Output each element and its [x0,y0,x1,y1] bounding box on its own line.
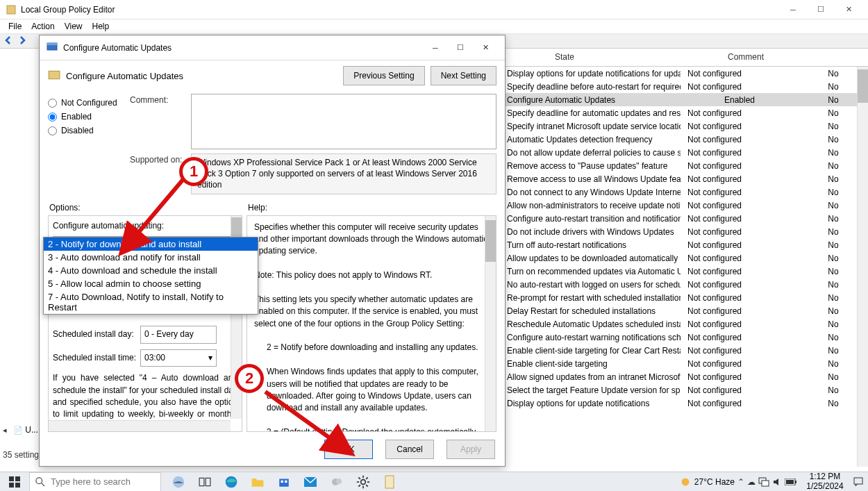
table-row[interactable]: Configure auto-restart warning notificat… [506,331,868,344]
system-tray: 27°C Haze ⌃ ☁ 1:12 PM 1/25/2024 [679,472,868,490]
table-row[interactable]: No auto-restart with logged on users for… [506,278,868,291]
svg-point-32 [681,478,689,485]
table-row[interactable]: Specify deadline before auto-restart for… [506,80,868,93]
svg-rect-9 [15,483,20,488]
column-state[interactable]: State [506,50,624,66]
table-row[interactable]: Remove access to "Pause updates" feature… [506,159,868,172]
tray-chevron-icon[interactable]: ⌃ [737,477,744,487]
svg-line-28 [366,485,368,487]
table-row[interactable]: Do not allow update deferral policies to… [506,146,868,159]
weather-app-icon[interactable] [324,472,350,492]
menu-action[interactable]: Action [27,20,58,33]
dropdown-option[interactable]: 5 - Allow local admin to choose setting [44,277,258,290]
table-row[interactable]: Remove access to use all Windows Update … [506,172,868,185]
nav-back-icon[interactable] [3,35,14,48]
notepad-icon[interactable] [376,472,403,492]
ok-button[interactable]: OK [324,440,373,459]
table-row[interactable]: Do not include drivers with Windows Upda… [506,225,868,238]
mail-icon[interactable] [297,472,324,492]
options-hscroll[interactable] [49,420,231,431]
clock[interactable]: 1:12 PM 1/25/2024 [800,472,850,490]
dialog-minimize[interactable]: ─ [423,37,448,59]
dialog-maximize[interactable]: ☐ [448,37,473,59]
nav-forward-icon[interactable] [17,35,28,48]
table-row[interactable]: Automatic Updates detection frequencyNot… [506,133,868,146]
table-row[interactable]: Display options for update notifications… [506,397,868,410]
table-row[interactable]: Enable client-side targeting for Clear C… [506,344,868,357]
search-icon [30,477,51,487]
table-row[interactable]: Delay Restart for scheduled installation… [506,304,868,317]
table-row[interactable]: Reschedule Automatic Updates scheduled i… [506,317,868,331]
volume-icon[interactable] [772,477,782,487]
table-row[interactable]: Specify deadline for automatic updates a… [506,106,868,119]
dropdown-option[interactable]: 3 - Auto download and notify for install [44,251,258,264]
table-row[interactable]: Allow updates to be downloaded automatic… [506,251,868,265]
disabled-radio[interactable]: Disabled [48,126,130,135]
table-row[interactable]: Display options for update notifications… [506,67,868,80]
store-icon[interactable] [271,472,297,492]
minimize-button[interactable]: ─ [779,0,807,19]
network-icon[interactable] [758,477,769,487]
svg-point-22 [361,479,366,484]
vertical-scrollbar[interactable] [857,67,868,467]
help-vscroll[interactable] [485,216,496,431]
mmc-icon [6,4,17,15]
table-row[interactable]: Select the target Feature Update version… [506,383,868,397]
apply-button[interactable]: Apply [446,440,495,459]
table-row[interactable]: Do not connect to any Windows Update Int… [506,185,868,199]
svg-rect-13 [199,478,204,485]
options-help-row: Options: Help: [40,196,505,215]
menu-view[interactable]: View [60,20,87,33]
dialog-close[interactable]: ✕ [473,37,498,59]
svg-rect-14 [206,478,210,485]
svg-point-21 [336,478,342,484]
table-row[interactable]: Enable client-side targetingNot configur… [506,357,868,370]
onedrive-icon[interactable]: ☁ [747,477,756,487]
dialog-heading: Configure Automatic Updates [66,71,183,81]
action-center-icon[interactable] [853,476,864,488]
cortana-icon[interactable] [165,472,192,492]
policy-list-panel: State Comment Display options for update… [506,50,868,467]
explorer-icon[interactable] [244,472,271,492]
dropdown-option[interactable]: 7 - Auto Download, Notify to install, No… [44,290,258,314]
battery-icon[interactable] [785,478,797,485]
start-button[interactable] [0,472,29,492]
table-row[interactable]: Turn off auto-restart notificationsNot c… [506,238,868,251]
weather-tray[interactable]: 27°C Haze [679,476,735,488]
table-row[interactable]: Allow signed updates from an intranet Mi… [506,370,868,383]
configure-updating-dropdown[interactable]: 2 - Notify for download and auto install… [43,237,258,315]
comment-input[interactable] [191,94,496,149]
svg-rect-17 [281,480,283,482]
menu-file[interactable]: File [4,20,26,33]
help-p5: When Windows finds updates that apply to… [254,366,489,415]
close-button[interactable]: ✕ [835,0,862,19]
previous-setting-button[interactable]: Previous Setting [343,66,424,85]
not-configured-radio[interactable]: Not Configured [48,98,130,108]
configure-updating-label: Configure automatic updating: [53,220,237,232]
task-view-icon[interactable] [192,472,218,492]
enabled-radio[interactable]: Enabled [48,112,130,122]
help-box: Specifies whether this computer will rec… [247,215,496,432]
next-setting-button[interactable]: Next Setting [431,66,496,85]
scheduled-time-label: Scheduled install time: [53,352,140,364]
table-row[interactable]: Configure auto-restart transition and no… [506,212,868,225]
table-row[interactable]: Turn on recommended updates via Automati… [506,265,868,278]
taskbar-search[interactable]: Type here to search [29,472,161,492]
maximize-button[interactable]: ☐ [807,0,835,19]
menu-help[interactable]: Help [88,20,114,33]
edge-icon[interactable] [218,472,244,492]
table-row[interactable]: Re-prompt for restart with scheduled ins… [506,291,868,304]
table-row[interactable]: Allow non-administrators to receive upda… [506,199,868,212]
svg-rect-7 [15,476,20,481]
table-row[interactable]: Configure Automatic UpdatesEnabledNo [506,93,868,106]
table-row[interactable]: Specify intranet Microsoft update servic… [506,119,868,133]
scrollbar-thumb[interactable] [858,69,868,103]
dropdown-option[interactable]: 4 - Auto download and schedule the insta… [44,264,258,277]
svg-line-27 [358,477,360,479]
scheduled-time-select[interactable]: 03:00▾ [140,349,217,367]
column-comment[interactable]: Comment [624,50,868,66]
settings-icon[interactable] [350,472,376,492]
dropdown-option[interactable]: 2 - Notify for download and auto install [44,238,258,251]
scheduled-day-select[interactable]: 0 - Every day [140,326,217,343]
cancel-button[interactable]: Cancel [385,440,434,459]
